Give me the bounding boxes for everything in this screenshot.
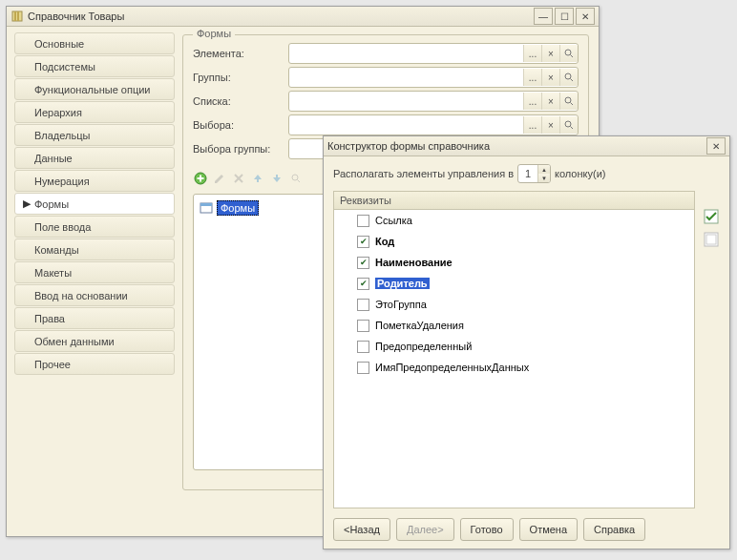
sidebar-item-komandy[interactable]: Команды (14, 239, 175, 260)
minimize-button[interactable]: — (534, 8, 553, 25)
sidebar-item-ierarhiya[interactable]: Иерархия (14, 101, 175, 123)
sidebar-item-vladeltsy[interactable]: Владельцы (14, 124, 175, 146)
sidebar-item-podsistemy[interactable]: Подсистемы (14, 55, 175, 77)
svg-point-3 (565, 50, 571, 55)
back-button[interactable]: <Назад (333, 518, 390, 541)
clear-button[interactable]: × (541, 69, 559, 86)
sidebar-item-label: Данные (34, 153, 73, 164)
done-button[interactable]: Готово (460, 518, 514, 541)
search-button[interactable] (559, 69, 578, 86)
search-button[interactable] (559, 93, 578, 110)
sidebar-item-osnovnye[interactable]: Основные (14, 32, 175, 54)
columns-value: 1 (518, 168, 537, 179)
checkbox[interactable]: ✔ (357, 278, 369, 290)
svg-line-10 (571, 127, 574, 130)
delete-button[interactable] (231, 171, 246, 186)
ellipsis-button[interactable]: ... (523, 93, 541, 110)
form-input-vybora[interactable] (289, 115, 523, 135)
fieldset-legend: Формы (193, 28, 235, 39)
sidebar-item-prava[interactable]: Права (14, 307, 175, 329)
svg-point-7 (565, 97, 571, 103)
search-icon[interactable] (288, 171, 304, 186)
tree-item-label: Формы (217, 200, 259, 216)
sidebar-item-obmen[interactable]: Обмен данными (14, 330, 175, 352)
ellipsis-button[interactable]: ... (523, 69, 541, 86)
ellipsis-button[interactable]: ... (523, 45, 541, 62)
main-title: Справочник Товары (28, 10, 534, 22)
edit-button[interactable] (212, 171, 227, 186)
next-button: Далее> (396, 518, 454, 541)
list-row[interactable]: ЭтоГруппа (334, 294, 694, 315)
list-row-label: Родитель (375, 278, 430, 289)
svg-point-9 (565, 121, 571, 127)
add-button[interactable] (193, 171, 208, 186)
sidebar-item-makety[interactable]: Макеты (14, 261, 175, 283)
sidebar-item-prochee[interactable]: Прочее (14, 353, 175, 375)
checkbox[interactable] (357, 320, 369, 332)
app-icon (11, 10, 24, 23)
requisites-list[interactable]: Ссылка ✔ Код ✔ Наименование ✔ Родитель Э… (333, 210, 695, 508)
move-up-button[interactable] (250, 171, 265, 186)
list-row[interactable]: ✔ Наименование (334, 252, 694, 273)
list-row-label: Код (375, 236, 394, 247)
list-row[interactable]: ПометкаУдаления (334, 315, 694, 336)
sidebar-item-label: Нумерация (34, 176, 90, 187)
help-button[interactable]: Справка (583, 518, 645, 541)
sidebar-item-formy[interactable]: ▶Формы (14, 193, 175, 215)
checkbox[interactable]: ✔ (357, 236, 369, 248)
form-input-spiska[interactable] (289, 92, 523, 111)
uncheck-all-button[interactable] (703, 231, 720, 248)
list-row-label: Предопределенный (375, 341, 472, 352)
spinner-up-button[interactable]: ▲ (537, 165, 550, 174)
clear-button[interactable]: × (541, 45, 559, 62)
form-label-elementa: Элемента: (193, 48, 288, 59)
columns-spinner[interactable]: 1 ▲ ▼ (517, 164, 551, 183)
checkbox[interactable] (357, 341, 369, 353)
sidebar-item-vvodnaosn[interactable]: Ввод на основании (14, 284, 175, 306)
search-button[interactable] (559, 45, 578, 62)
requisites-header: Реквизиты (333, 191, 695, 210)
checkbox[interactable] (357, 299, 369, 311)
sidebar-item-label: Поле ввода (34, 221, 91, 233)
checkbox[interactable]: ✔ (357, 257, 369, 269)
checkbox[interactable] (357, 362, 369, 374)
list-row[interactable]: Предопределенный (334, 336, 694, 357)
list-row[interactable]: ✔ Родитель (334, 273, 694, 294)
sidebar-item-label: Подсистемы (34, 61, 95, 73)
move-down-button[interactable] (269, 171, 284, 186)
list-row-label: ПометкаУдаления (375, 320, 464, 331)
close-button[interactable]: ✕ (576, 8, 595, 25)
sidebar-item-polevvoda[interactable]: Поле ввода (14, 216, 175, 238)
list-row-label: ИмяПредопределенныхДанных (375, 362, 529, 373)
list-row[interactable]: ИмяПредопределенныхДанных (334, 357, 694, 378)
maximize-button[interactable]: ☐ (555, 8, 574, 25)
sidebar-item-label: Прочее (34, 359, 71, 370)
sidebar-item-label: Команды (34, 244, 79, 256)
cancel-button[interactable]: Отмена (519, 518, 578, 541)
list-row[interactable]: Ссылка (334, 210, 694, 231)
sidebar-item-dannye[interactable]: Данные (14, 147, 175, 169)
spinner-down-button[interactable]: ▼ (537, 174, 550, 182)
form-input-elementa[interactable] (289, 44, 523, 63)
sidebar-item-label: Макеты (34, 267, 72, 279)
ellipsis-button[interactable]: ... (523, 116, 541, 134)
sidebar-item-label: Функциональные опции (34, 84, 150, 95)
checkbox[interactable] (357, 215, 369, 227)
list-row[interactable]: ✔ Код (334, 231, 694, 252)
sidebar: Основные Подсистемы Функциональные опции… (7, 27, 179, 536)
svg-line-19 (298, 180, 301, 183)
form-icon (200, 201, 213, 215)
svg-line-4 (571, 55, 574, 58)
sidebar-item-funkopcii[interactable]: Функциональные опции (14, 78, 175, 100)
sidebar-item-label: Права (34, 313, 65, 324)
clear-button[interactable]: × (541, 116, 559, 134)
list-row-label: Наименование (375, 257, 453, 268)
search-button[interactable] (559, 116, 578, 134)
close-button[interactable]: ✕ (706, 137, 726, 155)
clear-button[interactable]: × (541, 93, 559, 110)
sidebar-item-numeraciya[interactable]: Нумерация (14, 170, 175, 192)
svg-line-8 (571, 103, 574, 106)
check-all-button[interactable] (703, 208, 720, 225)
form-input-gruppy[interactable] (289, 68, 523, 87)
sidebar-item-label: Ввод на основании (34, 290, 128, 301)
